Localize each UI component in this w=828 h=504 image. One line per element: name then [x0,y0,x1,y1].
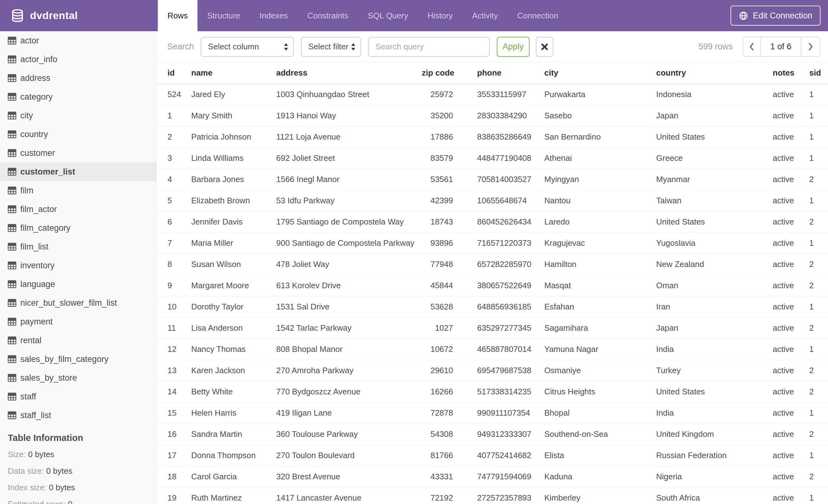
sidebar-item-sales_by_store[interactable]: sales_by_store [0,368,157,387]
cell-phone: 705814003527 [469,169,536,190]
sidebar-item-film_category[interactable]: film_category [0,219,157,237]
cell-phone: 272572357893 [469,487,536,504]
table-row[interactable]: 17Donna Thompson270 Toulon Boulevard8176… [157,445,828,466]
table-row[interactable]: 8Susan Wilson478 Joliet Way7794865728228… [157,254,828,275]
table-name: staff [20,392,36,402]
table-name: sales_by_store [20,373,77,383]
cell-zip: 29610 [422,360,469,381]
table-row[interactable]: 2Patricia Johnson1121 Loja Avenue1788683… [157,126,828,147]
data-grid: idnameaddresszip codephonecitycountrynot… [157,62,828,504]
cell-city: Myingyan [536,169,648,190]
tab-constraints[interactable]: Constraints [298,0,358,31]
cell-address: 1566 Inegl Manor [268,169,422,190]
prev-page-button[interactable] [743,38,761,56]
table-row[interactable]: 6Jennifer Davis1795 Santiago de Composte… [157,211,828,232]
tab-structure[interactable]: Structure [198,0,250,31]
cell-country: Japan [648,105,764,126]
sidebar-item-category[interactable]: category [0,87,157,106]
cell-name: Mary Smith [183,105,268,126]
sidebar-item-actor[interactable]: actor [0,31,157,50]
sidebar-item-country[interactable]: country [0,125,157,144]
clear-search-button[interactable] [536,37,553,57]
column-header-country[interactable]: country [648,62,764,84]
cell-address: 613 Korolev Drive [268,275,422,296]
sidebar-item-sales_by_film_category[interactable]: sales_by_film_category [0,350,157,368]
sidebar-item-city[interactable]: city [0,106,157,125]
sidebar-item-inventory[interactable]: inventory [0,256,157,275]
table-name: country [20,130,48,139]
sidebar-item-payment[interactable]: payment [0,312,157,331]
cell-city: Elista [536,445,648,466]
table-row[interactable]: 7Maria Miller900 Santiago de Compostela … [157,232,828,254]
sidebar-item-customer_list[interactable]: customer_list [0,163,157,181]
table-row[interactable]: 1Mary Smith1913 Hanoi Way352002830338429… [157,105,828,126]
column-header-notes[interactable]: notes [764,62,799,84]
sidebar-item-film_list[interactable]: film_list [0,237,157,256]
tab-connection[interactable]: Connection [507,0,568,31]
table-row[interactable]: 10Dorothy Taylor1531 Sal Drive5362864885… [157,296,828,317]
column-select[interactable]: Select column [201,37,294,57]
table-row[interactable]: 18Carol Garcia320 Brest Avenue4333174779… [157,466,828,487]
database-name: dvdrental [30,10,78,21]
info-line-data-size-: Data size: 0 bytes [8,463,151,479]
sidebar-item-staff[interactable]: staff [0,387,157,406]
column-header-address[interactable]: address [268,62,422,84]
column-header-sid[interactable]: sid [799,62,828,84]
column-header-id[interactable]: id [157,62,183,84]
tab-sql-query[interactable]: SQL Query [358,0,418,31]
cell-city: San Bernardino [536,126,648,147]
sidebar-item-language[interactable]: language [0,275,157,293]
table-name: language [20,279,55,289]
sidebar-item-film_actor[interactable]: film_actor [0,200,157,219]
cell-city: Nantou [536,190,648,211]
cell-city: Sasebo [536,105,648,126]
tab-activity[interactable]: Activity [462,0,507,31]
table-row[interactable]: 12Nancy Thomas808 Bhopal Manor1067246588… [157,338,828,360]
cell-id: 18 [157,466,183,487]
sidebar-item-nicer_but_slower_film_list[interactable]: nicer_but_slower_film_list [0,293,157,312]
info-label: Size: [8,450,26,459]
table-row[interactable]: 9Margaret Moore613 Korolev Drive45844380… [157,275,828,296]
sidebar-item-rental[interactable]: rental [0,331,157,350]
cell-phone: 28303384290 [469,105,536,126]
table-row[interactable]: 3Linda Williams692 Joliet Street83579448… [157,147,828,169]
search-query-input[interactable] [368,37,490,57]
table-row[interactable]: 16Sandra Martin360 Toulouse Parkway54308… [157,423,828,445]
table-name: inventory [20,261,55,270]
tab-rows[interactable]: Rows [158,0,198,31]
table-row[interactable]: 13Karen Jackson270 Amroha Parkway2961069… [157,360,828,381]
apply-button[interactable]: Apply [497,37,530,57]
column-header-zip-code[interactable]: zip code [422,62,469,84]
cell-name: Helen Harris [183,402,268,423]
tab-indexes[interactable]: Indexes [250,0,298,31]
cell-city: Kragujevac [536,232,648,254]
sidebar-item-staff_list[interactable]: staff_list [0,406,157,425]
info-value: 0 bytes [28,450,54,459]
info-line-index-size-: Index size: 0 bytes [8,479,151,496]
cell-name: Karen Jackson [183,360,268,381]
tab-bar: RowsStructureIndexesConstraintsSQL Query… [158,0,568,31]
column-header-name[interactable]: name [183,62,268,84]
table-grid-icon [7,243,20,251]
next-page-button[interactable] [801,38,820,56]
table-row[interactable]: 15Helen Harris419 Iligan Lane72878990911… [157,402,828,423]
table-row[interactable]: 5Elizabeth Brown53 Idfu Parkway423991065… [157,190,828,211]
chevron-left-icon [749,42,754,51]
sidebar-item-film[interactable]: film [0,181,157,200]
table-row[interactable]: 19Ruth Martinez1417 Lancaster Avenue7219… [157,487,828,504]
sidebar-item-customer[interactable]: customer [0,144,157,163]
table-row[interactable]: 11Lisa Anderson1542 Tarlac Parkway102763… [157,317,828,338]
column-header-city[interactable]: city [536,62,648,84]
tab-history[interactable]: History [418,0,462,31]
sidebar-item-actor_info[interactable]: actor_info [0,50,157,69]
sidebar-item-address[interactable]: address [0,69,157,87]
column-header-phone[interactable]: phone [469,62,536,84]
edit-connection-button[interactable]: Edit Connection [731,6,821,26]
brand: dvdrental [0,0,158,31]
table-row[interactable]: 4Barbara Jones1566 Inegl Manor5356170581… [157,169,828,190]
filter-select[interactable]: Select filter [301,37,361,57]
cell-sid: 2 [799,169,828,190]
table-row[interactable]: 14Betty White770 Bydgoszcz Avenue1626651… [157,381,828,402]
cell-name: Betty White [183,381,268,402]
table-row[interactable]: 524Jared Ely1003 Qinhuangdao Street25972… [157,84,828,105]
